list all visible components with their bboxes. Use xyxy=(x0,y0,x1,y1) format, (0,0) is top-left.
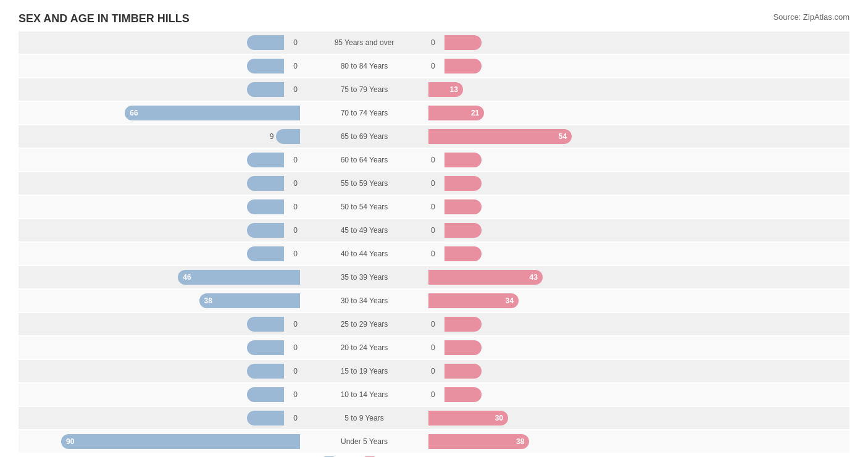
female-value-zero: 0 xyxy=(431,38,435,47)
female-bar-default xyxy=(444,35,482,50)
female-bar-default xyxy=(444,223,482,238)
female-value-zero: 0 xyxy=(431,390,435,399)
female-bar-default xyxy=(444,387,482,402)
bar-row: 045 to 49 Years0 xyxy=(19,219,849,241)
bar-row: 015 to 19 Years0 xyxy=(19,360,849,382)
female-value-zero: 0 xyxy=(431,62,435,70)
bar-row: 025 to 29 Years0 xyxy=(19,313,849,335)
female-bar: 54 xyxy=(428,129,572,144)
bar-row: 90Under 5 Years38 xyxy=(19,430,849,453)
female-value: 21 xyxy=(471,109,484,117)
male-section: 0 xyxy=(19,149,303,171)
age-label: 85 Years and over xyxy=(303,38,426,47)
bar-row: 010 to 14 Years0 xyxy=(19,384,849,406)
female-section: 0 xyxy=(426,172,710,195)
male-section: 0 xyxy=(19,219,303,241)
female-bar-default xyxy=(444,59,482,73)
age-label: 15 to 19 Years xyxy=(303,367,426,375)
age-label: 20 to 24 Years xyxy=(303,343,426,352)
bar-row: 055 to 59 Years0 xyxy=(19,172,849,195)
female-section: 54 xyxy=(426,125,710,148)
age-label: 60 to 64 Years xyxy=(303,156,426,164)
female-section: 0 xyxy=(426,337,710,359)
male-bar-default xyxy=(247,35,284,50)
female-section: 0 xyxy=(426,313,710,335)
female-section: 34 xyxy=(426,290,710,312)
male-value: 46 xyxy=(178,273,191,282)
age-label: 45 to 49 Years xyxy=(303,226,426,235)
female-section: 0 xyxy=(426,219,710,241)
bar-row: 080 to 84 Years0 xyxy=(19,55,849,77)
male-bar-default xyxy=(247,246,284,261)
bar-row: 05 to 9 Years30 xyxy=(19,407,849,429)
chart-area: 085 Years and over0080 to 84 Years0075 t… xyxy=(19,31,849,453)
male-bar: 90 xyxy=(61,434,300,449)
female-section: 0 xyxy=(426,149,710,171)
male-section: 90 xyxy=(19,430,303,453)
age-label: 55 to 59 Years xyxy=(303,179,426,188)
female-value-zero: 0 xyxy=(431,249,435,258)
male-section: 46 xyxy=(19,266,303,288)
male-section: 0 xyxy=(19,337,303,359)
male-bar-default xyxy=(247,199,284,214)
male-bar-default xyxy=(247,340,284,355)
male-value-zero: 0 xyxy=(293,249,298,258)
male-value: 38 xyxy=(199,296,212,305)
male-bar-default xyxy=(247,59,284,73)
female-bar: 13 xyxy=(428,82,463,97)
age-label: 75 to 79 Years xyxy=(303,85,426,94)
female-bar: 43 xyxy=(428,270,543,285)
female-bar-default xyxy=(444,364,482,379)
female-value-zero: 0 xyxy=(431,320,435,329)
female-section: 0 xyxy=(426,31,710,54)
male-bar: 66 xyxy=(125,106,300,120)
male-section: 0 xyxy=(19,313,303,335)
male-value-zero: 0 xyxy=(293,156,298,164)
female-bar-default xyxy=(444,317,482,332)
male-value: 66 xyxy=(125,109,138,117)
female-section: 0 xyxy=(426,384,710,406)
male-section: 0 xyxy=(19,384,303,406)
male-value-zero: 0 xyxy=(293,62,298,70)
female-bar-default xyxy=(444,176,482,191)
bar-row: 085 Years and over0 xyxy=(19,31,849,54)
female-bar: 21 xyxy=(428,106,484,120)
male-value-zero: 0 xyxy=(293,38,298,47)
bar-row: 020 to 24 Years0 xyxy=(19,337,849,359)
bar-row: 3830 to 34 Years34 xyxy=(19,290,849,312)
female-bar-default xyxy=(444,246,482,261)
female-value-zero: 0 xyxy=(431,343,435,352)
male-bar-default xyxy=(247,153,284,167)
bar-row: 075 to 79 Years13 xyxy=(19,78,849,101)
male-bar-default xyxy=(247,387,284,402)
female-bar-default xyxy=(444,199,482,214)
bar-row: 6670 to 74 Years21 xyxy=(19,102,849,124)
female-value-zero: 0 xyxy=(431,156,435,164)
bar-row: 060 to 64 Years0 xyxy=(19,149,849,171)
male-bar-default xyxy=(247,411,284,426)
male-bar: 46 xyxy=(178,270,300,285)
male-section: 0 xyxy=(19,360,303,382)
bar-row: 965 to 69 Years54 xyxy=(19,125,849,148)
male-value: 90 xyxy=(61,437,74,446)
male-bar xyxy=(276,129,300,144)
age-label: 80 to 84 Years xyxy=(303,62,426,70)
bar-row: 4635 to 39 Years43 xyxy=(19,266,849,288)
female-value: 13 xyxy=(450,85,463,94)
bar-row: 040 to 44 Years0 xyxy=(19,243,849,265)
male-value-zero: 0 xyxy=(293,367,298,375)
female-value-zero: 0 xyxy=(431,367,435,375)
male-bar: 38 xyxy=(199,293,300,308)
female-section: 21 xyxy=(426,102,710,124)
age-label: 50 to 54 Years xyxy=(303,203,426,211)
male-value-zero: 0 xyxy=(293,320,298,329)
chart-title: SEX AND AGE IN TIMBER HILLS xyxy=(19,12,190,25)
female-value-zero: 0 xyxy=(431,226,435,235)
female-section: 0 xyxy=(426,196,710,218)
female-bar: 30 xyxy=(428,411,508,426)
male-bar-default xyxy=(247,223,284,238)
male-value-zero: 0 xyxy=(293,85,298,94)
female-bar-default xyxy=(444,153,482,167)
male-section: 0 xyxy=(19,55,303,77)
male-bar-default xyxy=(247,176,284,191)
